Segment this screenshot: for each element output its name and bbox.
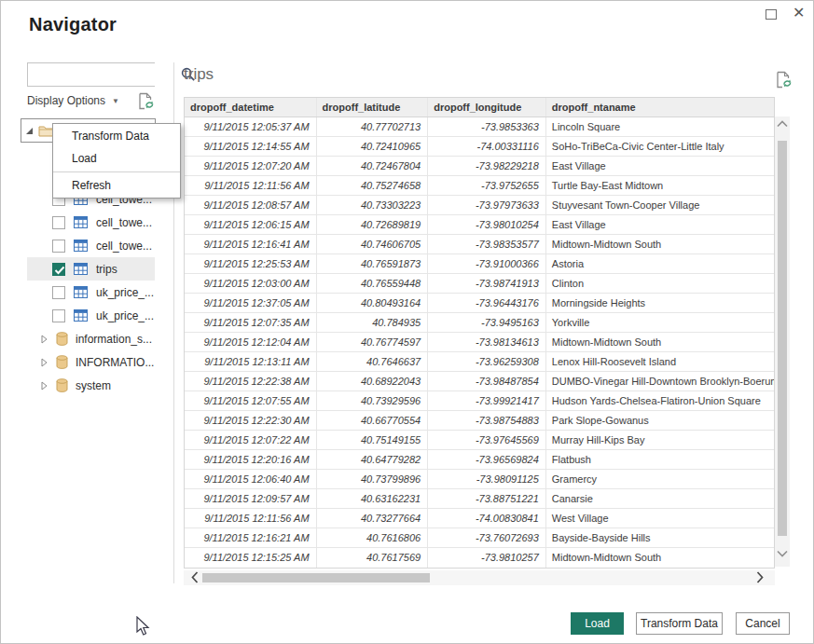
refresh-data-icon[interactable] xyxy=(776,71,792,89)
cell-dropoff_ntaname: West Village xyxy=(546,509,774,528)
cell-dropoff_datetime: 9/11/2015 12:07:22 AM xyxy=(185,431,317,449)
cell-dropoff_datetime: 9/11/2015 12:25:53 AM xyxy=(185,254,317,273)
cell-dropoff_latitude: 40.72410965 xyxy=(317,137,429,156)
cell-dropoff_latitude: 40.76774597 xyxy=(317,333,429,351)
cell-dropoff_latitude: 40.784935 xyxy=(317,313,429,332)
vertical-scrollbar[interactable] xyxy=(775,116,790,567)
vertical-scrollbar-thumb[interactable] xyxy=(778,141,787,536)
cell-dropoff_ntaname: East Village xyxy=(546,157,774,175)
table-row: 9/11/2015 12:37:05 AM40.80493164-73.9644… xyxy=(185,294,774,313)
cell-dropoff_ntaname: Clinton xyxy=(546,274,774,293)
cell-dropoff_longitude: -73.99921417 xyxy=(428,391,546,410)
sidebar-item-label: information_s... xyxy=(76,333,152,346)
cell-dropoff_longitude: -73.91000366 xyxy=(428,254,546,273)
menu-item-refresh[interactable]: Refresh xyxy=(53,174,180,197)
cell-dropoff_latitude: 40.7646637 xyxy=(317,352,429,371)
search-input[interactable] xyxy=(28,63,180,86)
table-row: 9/11/2015 12:06:15 AM40.72689819-73.9801… xyxy=(185,215,774,235)
cell-dropoff_latitude: 40.74606705 xyxy=(317,235,429,253)
load-button[interactable]: Load xyxy=(571,612,624,635)
sidebar-item-information_s[interactable]: information_s... xyxy=(27,327,155,350)
checkmark-icon xyxy=(54,266,65,275)
close-icon[interactable]: ✕ xyxy=(793,4,805,22)
mouse-cursor xyxy=(136,616,151,637)
cell-dropoff_datetime: 9/11/2015 12:12:04 AM xyxy=(185,333,317,351)
cell-dropoff_datetime: 9/11/2015 12:22:30 AM xyxy=(185,411,317,430)
table-row: 9/11/2015 12:11:56 AM40.73277664-74.0083… xyxy=(185,509,774,528)
cell-dropoff_ntaname: Yorkville xyxy=(546,313,774,332)
search-box[interactable] xyxy=(27,62,155,87)
cell-dropoff_latitude: 40.7616806 xyxy=(317,528,429,547)
cell-dropoff_latitude: 40.72467804 xyxy=(317,157,429,175)
sidebar-item-label: uk_price_... xyxy=(96,309,154,322)
table-row: 9/11/2015 12:20:16 AM40.64779282-73.9656… xyxy=(185,450,774,470)
cell-dropoff_ntaname: Gramercy xyxy=(546,470,774,488)
cell-dropoff_datetime: 9/11/2015 12:05:37 AM xyxy=(185,117,317,136)
scroll-left-icon[interactable] xyxy=(191,571,199,583)
table-row: 9/11/2015 12:13:11 AM40.7646637-73.96259… xyxy=(185,352,774,372)
display-options-dropdown[interactable]: Display Options ▼ xyxy=(27,94,119,107)
cell-dropoff_ntaname: SoHo-TriBeCa-Civic Center-Little Italy xyxy=(546,137,774,156)
horizontal-scrollbar[interactable] xyxy=(184,570,775,585)
table-checkbox[interactable] xyxy=(52,286,65,299)
cell-dropoff_longitude: -73.96443176 xyxy=(428,294,546,312)
cell-dropoff_longitude: -73.88751221 xyxy=(428,489,546,508)
cell-dropoff_longitude: -74.00830841 xyxy=(428,509,546,528)
table-row: 9/11/2015 12:15:25 AM40.7617569-73.98102… xyxy=(185,548,774,568)
display-options-label: Display Options xyxy=(27,94,105,107)
navigator-dialog: { "window": { "title": "Navigator" }, "c… xyxy=(0,0,814,644)
expand-arrow-icon[interactable] xyxy=(41,381,48,391)
sidebar-item-cell_towe[interactable]: cell_towe... xyxy=(27,234,155,257)
scroll-down-icon[interactable] xyxy=(777,550,788,557)
cell-dropoff_ntaname: Park Slope-Gowanus xyxy=(546,411,774,430)
sidebar-item-INFORMATIO[interactable]: INFORMATIO... xyxy=(27,350,155,374)
cell-dropoff_ntaname: Midtown-Midtown South xyxy=(546,235,774,253)
table-checkbox[interactable] xyxy=(52,240,65,253)
expand-arrow-icon[interactable] xyxy=(25,127,34,135)
expand-arrow-icon[interactable] xyxy=(41,335,48,344)
cell-dropoff_ntaname: Hudson Yards-Chelsea-Flatiron-Union Squa… xyxy=(546,391,774,410)
cell-dropoff_ntaname: Lenox Hill-Roosevelt Island xyxy=(546,352,774,371)
table-header-row: dropoff_datetimedropoff_latitudedropoff_… xyxy=(185,98,774,117)
scroll-right-icon[interactable] xyxy=(756,571,764,583)
table-icon xyxy=(74,286,88,298)
table-checkbox[interactable] xyxy=(52,309,65,322)
cell-dropoff_datetime: 9/11/2015 12:03:00 AM xyxy=(185,274,317,293)
cell-dropoff_longitude: -73.9752655 xyxy=(428,176,546,195)
scroll-up-icon[interactable] xyxy=(777,120,788,128)
cell-dropoff_ntaname: Murray Hill-Kips Bay xyxy=(546,431,774,449)
table-checkbox[interactable] xyxy=(52,263,65,276)
sidebar-item-trips[interactable]: trips xyxy=(27,257,155,281)
sidebar-item-cell_towe[interactable]: cell_towe... xyxy=(27,211,155,234)
cell-dropoff_latitude: 40.75149155 xyxy=(317,431,429,449)
expand-arrow-icon[interactable] xyxy=(41,358,48,367)
cell-dropoff_longitude: -74.00331116 xyxy=(428,137,546,156)
sidebar-item-uk_price_[interactable]: uk_price_... xyxy=(27,304,155,327)
cell-dropoff_datetime: 9/11/2015 12:13:11 AM xyxy=(185,352,317,371)
cell-dropoff_ntaname: Bayside-Bayside Hills xyxy=(546,528,774,547)
transform-data-button[interactable]: Transform Data xyxy=(636,612,723,635)
cell-dropoff_latitude: 40.75274658 xyxy=(317,176,429,195)
table-row: 9/11/2015 12:12:04 AM40.76774597-73.9813… xyxy=(185,333,774,352)
table-checkbox[interactable] xyxy=(52,216,65,229)
cell-dropoff_datetime: 9/11/2015 12:07:20 AM xyxy=(185,157,317,175)
sidebar-item-uk_price_[interactable]: uk_price_... xyxy=(27,281,155,304)
cell-dropoff_latitude: 40.72689819 xyxy=(317,215,429,234)
cell-dropoff_datetime: 9/11/2015 12:07:35 AM xyxy=(185,313,317,332)
table-row: 9/11/2015 12:06:40 AM40.73799896-73.9809… xyxy=(185,470,774,489)
cancel-button[interactable]: Cancel xyxy=(736,612,790,635)
menu-item-load[interactable]: Load xyxy=(53,147,180,170)
menu-item-transform-data[interactable]: Transform Data xyxy=(53,125,180,147)
data-preview-table: dropoff_datetimedropoff_latitudedropoff_… xyxy=(184,97,775,569)
sidebar-item-system[interactable]: system xyxy=(27,374,155,397)
horizontal-scrollbar-thumb[interactable] xyxy=(202,573,430,582)
cell-dropoff_ntaname: Midtown-Midtown South xyxy=(546,548,774,568)
cell-dropoff_longitude: -73.98134613 xyxy=(428,333,546,351)
cell-dropoff_longitude: -73.97973633 xyxy=(428,196,546,214)
table-row: 9/11/2015 12:16:41 AM40.74606705-73.9835… xyxy=(185,235,774,254)
refresh-preview-icon[interactable] xyxy=(138,92,154,110)
table-row: 9/11/2015 12:07:22 AM40.75149155-73.9764… xyxy=(185,431,774,450)
maximize-icon[interactable] xyxy=(766,9,777,20)
cell-dropoff_datetime: 9/11/2015 12:20:16 AM xyxy=(185,450,317,469)
cell-dropoff_latitude: 40.76591873 xyxy=(317,254,429,273)
